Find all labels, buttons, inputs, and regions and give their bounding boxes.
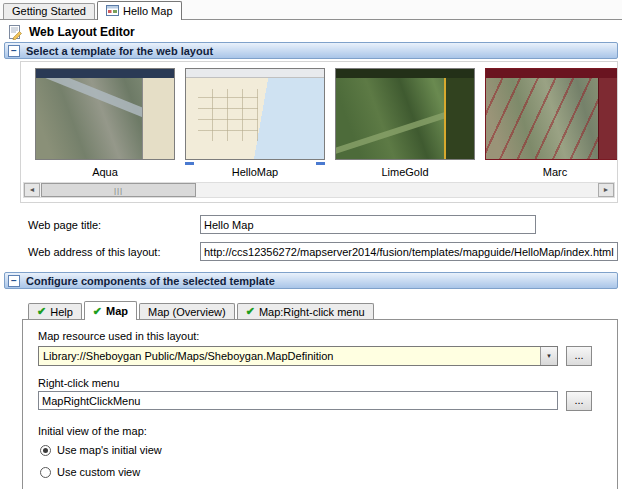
tab-map-right-click-menu[interactable]: ✔ Map:Right-click menu: [237, 303, 374, 319]
configure-section-title: Configure components of the selected tem…: [26, 275, 275, 287]
template-thumbnail-aqua[interactable]: [35, 68, 175, 160]
radio-label: Use map's initial view: [57, 444, 162, 456]
page-title: Web Layout Editor: [29, 25, 135, 39]
thumbnail-detail: [198, 89, 258, 141]
template-name: HelloMap: [185, 166, 325, 178]
tab-label: Map: [106, 305, 128, 317]
web-page-title-label: Web page title:: [28, 219, 101, 231]
template-thumbnail-hellomap[interactable]: [185, 68, 325, 160]
thumbnail-titlebar: [186, 69, 324, 78]
right-click-menu-label: Right-click menu: [38, 377, 119, 389]
scrollbar-thumb[interactable]: |||: [41, 183, 196, 197]
radio-use-maps-initial-view[interactable]: Use map's initial view: [40, 444, 162, 456]
tab-getting-started[interactable]: Getting Started: [3, 3, 95, 19]
map-resource-value: Library://Sheboygan Public/Maps/Sheboyga…: [39, 350, 540, 362]
check-icon: ✔: [246, 305, 255, 318]
tab-label: Hello Map: [123, 5, 173, 17]
tab-label: Help: [50, 306, 73, 318]
configure-section-header: − Configure components of the selected t…: [4, 272, 618, 289]
web-address-label: Web address of this layout:: [28, 246, 160, 258]
template-section-title: Select a template for the web layout: [26, 45, 213, 57]
web-layout-editor-window: Getting Started Hello Map Web Layout Edi…: [0, 0, 622, 489]
thumbnail-titlebar: [336, 69, 474, 78]
collapse-icon[interactable]: −: [8, 275, 20, 287]
tab-help[interactable]: ✔ Help: [28, 303, 82, 319]
tab-map-overview[interactable]: Map (Overview): [139, 303, 235, 319]
radio-selected-icon: [40, 445, 51, 456]
tab-hello-map[interactable]: Hello Map: [97, 1, 182, 20]
selection-handle: [185, 162, 194, 165]
check-icon: ✔: [37, 305, 46, 318]
radio-unselected-icon: [40, 467, 51, 478]
map-resource-label: Map resource used in this layout:: [38, 330, 199, 342]
tab-label: Map:Right-click menu: [259, 306, 365, 318]
template-name: Marc: [485, 166, 618, 178]
web-page-title-input[interactable]: [200, 215, 536, 234]
selection-handle: [316, 162, 325, 165]
template-gallery: Aqua HelloMap LimeGold Marc ◄ ||| ►: [20, 61, 618, 203]
web-address-input[interactable]: [200, 242, 618, 261]
template-section-header: − Select a template for the web layout: [4, 42, 618, 59]
collapse-icon[interactable]: −: [8, 45, 20, 57]
initial-view-label: Initial view of the map:: [38, 425, 147, 437]
chevron-down-icon[interactable]: ▼: [540, 347, 557, 365]
thumbnail-titlebar: [486, 69, 618, 78]
tab-label: Getting Started: [12, 5, 86, 17]
scroll-left-icon[interactable]: ◄: [24, 183, 40, 197]
check-icon: ✔: [93, 305, 102, 318]
edit-page-icon: [7, 24, 23, 40]
horizontal-scrollbar[interactable]: ◄ ||| ►: [23, 182, 615, 198]
template-name: Aqua: [35, 166, 175, 178]
template-thumbnail-maroon[interactable]: [485, 68, 618, 160]
thumbnail-titlebar: [36, 69, 174, 78]
template-thumbnail-limegold[interactable]: [335, 68, 475, 160]
thumbnail-sidebar: [598, 78, 618, 159]
page-title-row: Web Layout Editor: [7, 24, 135, 40]
tab-map[interactable]: ✔ Map: [84, 301, 137, 320]
component-tab-bar: ✔ Help ✔ Map Map (Overview) ✔ Map:Right-…: [22, 300, 374, 319]
right-click-menu-browse-button[interactable]: ...: [566, 391, 592, 411]
template-name: LimeGold: [335, 166, 475, 178]
radio-use-custom-view[interactable]: Use custom view: [40, 466, 140, 478]
map-document-icon: [106, 4, 119, 17]
thumbnail-sidebar: [142, 78, 174, 159]
scroll-right-icon[interactable]: ►: [598, 183, 614, 197]
tab-label: Map (Overview): [148, 306, 226, 318]
right-click-menu-input[interactable]: [38, 391, 558, 410]
map-resource-combobox[interactable]: Library://Sheboygan Public/Maps/Sheboyga…: [38, 346, 558, 366]
radio-label: Use custom view: [57, 466, 140, 478]
document-tab-bar: Getting Started Hello Map: [0, 0, 622, 20]
map-resource-browse-button[interactable]: ...: [566, 346, 592, 366]
thumbnail-sidebar: [444, 78, 474, 159]
